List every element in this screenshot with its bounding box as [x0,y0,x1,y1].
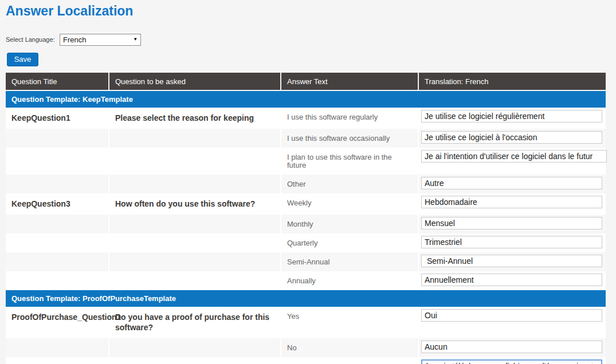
table-row: ProofOfPurchase_Question2How will you su… [6,357,606,364]
table-row: KeepQuestion3How often do you use this s… [6,193,606,215]
table-row: No [6,338,606,357]
table-row: Other [6,175,606,193]
page-title: Answer Localization [6,3,133,19]
table-row: Quarterly [6,234,606,252]
question-title-cell [6,234,109,252]
column-header-translation: Translation: French [418,73,606,90]
save-button[interactable]: Save [7,53,38,66]
table-row: Annually [6,271,606,290]
question-title-cell: ProofOfPurchase_Question2 [6,357,109,364]
section-title: Question Template: KeepTemplate [6,90,606,108]
question-text-cell [109,215,281,234]
answer-text-cell: I will upload a file on the next screen [281,357,418,364]
translation-input[interactable] [421,274,602,286]
localization-table-wrap: Question Title Question to be asked Answ… [6,73,606,364]
translation-input[interactable] [421,196,602,208]
translation-cell [418,338,606,357]
question-text-cell [109,129,281,148]
table-row: I use this software occasionally [6,129,606,148]
question-text-cell: How will you supply the proof of purchas… [109,357,281,364]
question-title-cell [6,175,109,193]
answer-text-cell: Weekly [281,193,418,215]
question-text-cell: Please select the reason for keeping [109,108,281,129]
question-title-cell [6,148,109,175]
translation-cell [418,234,606,252]
answer-text-cell: I use this software regularly [281,108,418,129]
answer-text-cell: I use this software occasionally [281,129,418,148]
section-header-row: Question Template: ProofOfPurchaseTempla… [6,290,606,307]
question-title-cell: KeepQuestion3 [6,193,109,215]
answer-text-cell: I plan to use this software in the futur… [281,148,418,175]
answer-text-cell: Other [281,175,418,193]
translation-cell [418,252,606,271]
translation-cell [418,307,606,338]
language-select[interactable]: French [60,34,141,46]
translation-cell [418,129,606,148]
question-text-cell: How often do you use this software? [109,193,281,215]
question-title-cell [6,215,109,234]
translation-cell [418,108,606,129]
translation-input[interactable] [421,255,602,267]
question-title-cell: ProofOfPurchase_Question1 [6,307,109,338]
answer-text-cell: Monthly [281,215,418,234]
localization-table: Question Title Question to be asked Answ… [6,73,606,364]
language-select-label: Select Language: [6,34,55,46]
section-title: Question Template: ProofOfPurchaseTempla… [6,290,606,307]
translation-input[interactable] [421,341,602,353]
question-title-cell [6,338,109,357]
question-text-cell [109,148,281,175]
translation-input[interactable] [421,131,602,144]
table-row: KeepQuestion1Please select the reason fo… [6,108,606,129]
translation-cell [418,271,606,290]
translation-input[interactable] [421,177,602,189]
table-body: Question Template: KeepTemplateKeepQuest… [6,90,606,364]
translation-input[interactable] [421,236,602,248]
language-select-wrap: French ▼ [60,34,141,46]
translation-input[interactable] [421,309,602,322]
language-selector-row: Select Language: French ▼ [6,34,141,46]
question-text-cell: Do you have a proof of purchase for this… [109,307,281,338]
table-header-row: Question Title Question to be asked Answ… [6,73,606,90]
translation-input[interactable] [421,359,602,364]
column-header-question-title: Question Title [6,73,109,90]
question-title-cell [6,252,109,271]
answer-text-cell: Yes [281,307,418,338]
translation-input[interactable] [421,150,607,163]
translation-cell [418,193,606,215]
translation-cell [418,357,606,364]
table-header: Question Title Question to be asked Answ… [6,73,606,90]
question-text-cell [109,252,281,271]
table-row: Semi-Annual [6,252,606,271]
section-header-row: Question Template: KeepTemplate [6,90,606,108]
translation-cell [418,148,606,175]
answer-text-cell: No [281,338,418,357]
question-text-cell [109,234,281,252]
translation-cell [418,175,606,193]
answer-text-cell: Annually [281,271,418,290]
table-row: I plan to use this software in the futur… [6,148,606,175]
question-text-cell [109,175,281,193]
answer-text-cell: Semi-Annual [281,252,418,271]
question-text-cell [109,271,281,290]
translation-input[interactable] [421,110,602,122]
column-header-question-to-be-asked: Question to be asked [109,73,281,90]
translation-cell [418,215,606,234]
question-title-cell: KeepQuestion1 [6,108,109,129]
table-row: Monthly [6,215,606,234]
column-header-answer-text: Answer Text [281,73,418,90]
question-title-cell [6,129,109,148]
question-text-cell [109,338,281,357]
question-title-cell [6,271,109,290]
table-row: ProofOfPurchase_Question1Do you have a p… [6,307,606,338]
answer-text-cell: Quarterly [281,234,418,252]
translation-input[interactable] [421,217,602,230]
